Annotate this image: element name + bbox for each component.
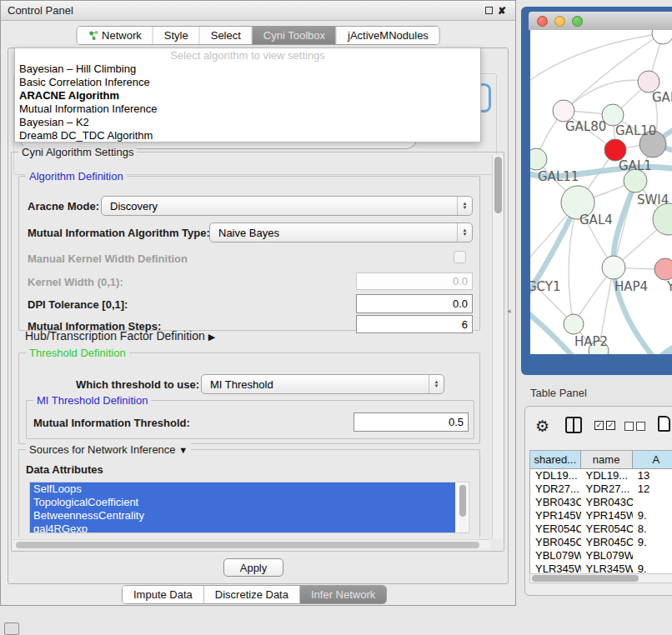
table-row[interactable]: YBR043CYBR043C xyxy=(530,496,672,509)
tab-jactivemnodules[interactable]: jActiveMNodules xyxy=(337,27,439,44)
table-cell[interactable]: YDR27... xyxy=(530,482,581,496)
table-cell[interactable]: YER054C xyxy=(530,522,581,536)
table-row[interactable]: YDL19...YDL19...13 xyxy=(530,469,672,482)
bottom-tab-impute-data[interactable]: Impute Data xyxy=(123,586,204,603)
settings-horizontal-scrollbar[interactable] xyxy=(13,539,490,549)
disclosure-right-icon[interactable]: ▶ xyxy=(208,332,215,342)
mini-panel-icon[interactable] xyxy=(4,622,19,635)
table-cell[interactable]: YBL079W xyxy=(581,549,633,562)
bottom-tab-discretize-data[interactable]: Discretize Data xyxy=(204,586,300,603)
algorithm-option[interactable]: Dream8 DC_TDC Algorithm xyxy=(15,129,480,142)
table-cell[interactable]: YDL19... xyxy=(581,469,633,482)
network-node-hap4[interactable] xyxy=(602,256,625,279)
aracne-mode-value: Discovery xyxy=(110,200,158,212)
close-window-icon[interactable]: ✘ xyxy=(495,5,509,17)
column-header-3[interactable]: A xyxy=(633,451,672,468)
table-cell[interactable]: YPR145W xyxy=(530,509,581,522)
algorithm-option[interactable]: ARACNE Algorithm xyxy=(15,89,480,102)
table-cell[interactable]: YPR145W xyxy=(581,509,633,522)
network-view-window[interactable]: GALGAL80GAL10GAL1GAL11SWI4GAL4GCY1HAP4YH… xyxy=(521,7,672,375)
which-threshold-combobox[interactable]: MI Threshold ▲▼ xyxy=(201,374,444,394)
table-row[interactable]: YER054CYER054C8. xyxy=(530,522,672,536)
network-window-titlebar[interactable] xyxy=(529,12,672,30)
select-all-icon[interactable]: ✓✓ xyxy=(594,421,615,430)
network-canvas[interactable]: GALGAL80GAL10GAL1GAL11SWI4GAL4GCY1HAP4YH… xyxy=(530,30,672,354)
table-cell[interactable]: 9. xyxy=(633,509,672,522)
deselect-all-icon[interactable] xyxy=(624,422,645,431)
table-cell[interactable]: YBR045C xyxy=(581,536,633,549)
algorithm-option[interactable]: Bayesian – K2 xyxy=(15,116,480,129)
table-cell[interactable] xyxy=(633,496,672,509)
aracne-mode-combobox[interactable]: Discovery ▲▼ xyxy=(101,196,473,216)
network-node-hap2[interactable] xyxy=(564,314,584,334)
mi-algorithm-type-combobox[interactable]: Naive Bayes ▲▼ xyxy=(209,222,473,242)
table-cell[interactable]: YLR345W xyxy=(530,562,581,573)
stepper-arrows-icon: ▲▼ xyxy=(457,197,472,215)
table-panel: ⚙ ✓✓ shared...nameA YDL19...YDL19...13YD… xyxy=(524,406,672,596)
attributes-scrollbar[interactable] xyxy=(459,483,468,533)
table-cell[interactable] xyxy=(633,549,672,562)
algorithm-option[interactable]: Bayesian – Hill Climbing xyxy=(15,62,480,76)
close-traffic-light-icon[interactable] xyxy=(537,16,548,27)
hub-factor-definition-header[interactable]: Hub/Transcription Factor Definition ▶ xyxy=(25,329,215,342)
table-row[interactable]: YBR045CYBR045C9. xyxy=(530,536,672,549)
table-cell[interactable]: 12 xyxy=(633,482,672,496)
manual-kernel-width-checkbox[interactable] xyxy=(454,251,466,263)
attribute-list-item[interactable]: TopologicalCoefficient xyxy=(30,496,455,509)
float-window-icon[interactable] xyxy=(482,5,495,17)
node-label-gal4: GAL4 xyxy=(579,212,613,228)
dpi-tolerance-field[interactable]: 0.0 xyxy=(356,294,473,313)
table-cell[interactable]: YER054C xyxy=(581,522,633,536)
column-header-1[interactable]: shared... xyxy=(530,451,581,468)
table-cell[interactable]: YBR043C xyxy=(530,496,581,509)
table-cell[interactable]: YBL079W xyxy=(530,549,581,562)
node-label-gal: GAL xyxy=(652,90,672,105)
network-edge-thick[interactable] xyxy=(657,340,672,354)
tab-style[interactable]: Style xyxy=(153,27,200,44)
column-header-2[interactable]: name xyxy=(581,451,633,468)
table-cell[interactable]: YDR27... xyxy=(581,482,633,496)
table-cell[interactable]: 9. xyxy=(633,536,672,549)
table-cell[interactable]: 8. xyxy=(633,522,672,536)
table-row[interactable]: YDR27...YDR27...12 xyxy=(530,482,672,496)
tab-network[interactable]: Network xyxy=(77,27,153,44)
network-node-y[interactable] xyxy=(654,258,672,280)
file-icon[interactable] xyxy=(658,416,670,432)
table-cell[interactable]: YBR045C xyxy=(530,536,581,549)
apply-button[interactable]: Apply xyxy=(223,558,283,577)
table-horizontal-scrollbar[interactable] xyxy=(529,573,672,583)
attribute-list-item[interactable]: BetweennessCentrality xyxy=(30,509,455,522)
tab-cyni-toolbox[interactable]: Cyni Toolbox xyxy=(253,27,337,44)
disclosure-down-icon[interactable]: ▼ xyxy=(178,445,188,455)
settings-gear-icon[interactable]: ⚙ xyxy=(535,417,549,436)
kernel-width-field[interactable]: 0.0 xyxy=(356,272,473,290)
table-cell[interactable]: 13 xyxy=(633,469,672,482)
mi-threshold-field[interactable]: 0.5 xyxy=(354,412,469,432)
splitter-handle[interactable]: ◂ xyxy=(507,307,511,315)
minimize-traffic-light-icon[interactable] xyxy=(554,16,565,27)
table-row[interactable]: YLR345WYLR345W9. xyxy=(530,562,672,573)
table-row[interactable]: YPR145WYPR145W9. xyxy=(530,509,672,522)
network-node[interactable] xyxy=(652,30,672,44)
table-row[interactable]: YBL079WYBL079W xyxy=(530,549,672,562)
network-node-gal11[interactable] xyxy=(530,148,547,170)
table-cell[interactable]: YDL19... xyxy=(530,469,581,482)
attribute-list-item[interactable]: SelfLoops xyxy=(30,482,455,496)
table-cell[interactable]: YLR345W xyxy=(581,562,633,573)
node-label-hap4: HAP4 xyxy=(614,279,648,294)
mi-threshold-definition-title: MI Threshold Definition xyxy=(33,394,151,407)
mi-steps-field[interactable]: 6 xyxy=(356,315,473,333)
control-panel-title: Control Panel xyxy=(8,4,73,17)
attribute-list-item[interactable]: gal4RGexp xyxy=(30,522,455,533)
dpi-tolerance-label: DPI Tolerance [0,1]: xyxy=(28,298,128,311)
split-columns-icon[interactable] xyxy=(565,417,582,433)
algorithm-option[interactable]: Basic Correlation Inference xyxy=(15,76,480,89)
table-cell[interactable]: 9. xyxy=(633,562,672,573)
hub-factor-definition-label: Hub/Transcription Factor Definition xyxy=(25,329,205,342)
bottom-tab-infer-network[interactable]: Infer Network xyxy=(300,586,386,603)
tab-select[interactable]: Select xyxy=(200,27,253,44)
settings-vertical-scrollbar[interactable] xyxy=(492,155,503,538)
algorithm-option[interactable]: Mutual Information Inference xyxy=(15,102,480,116)
table-cell[interactable]: YBR043C xyxy=(581,496,633,509)
maximize-traffic-light-icon[interactable] xyxy=(572,16,583,27)
